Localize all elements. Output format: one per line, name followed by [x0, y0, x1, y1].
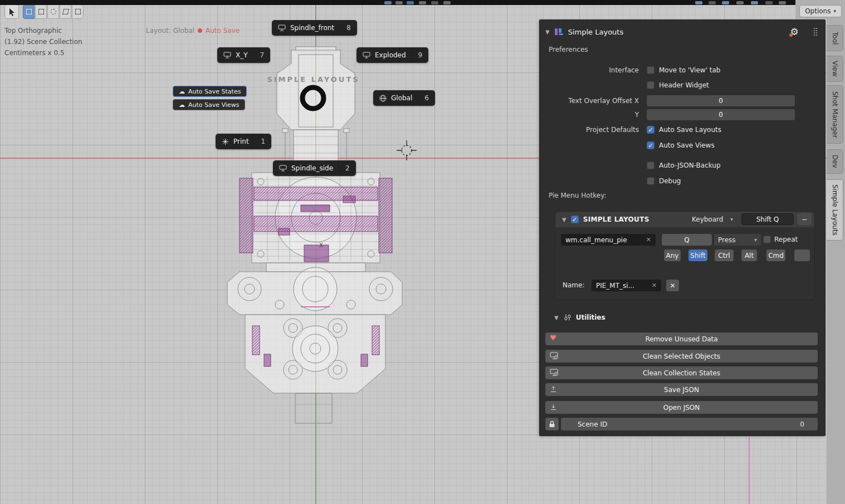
clean-selected-objects-button[interactable]: Clean Selected Objects [545, 350, 818, 363]
header-widget-checkbox[interactable] [647, 81, 654, 89]
select-box-icon [75, 9, 81, 14]
clear-icon[interactable]: ✕ [652, 282, 657, 289]
pill-hotkey: 2 [345, 164, 350, 172]
pill-label: Spindle_side [291, 164, 333, 172]
scene-id-slider[interactable]: Scene ID 0 [561, 418, 818, 430]
select-mode-circle-button[interactable] [47, 4, 59, 19]
layout-pill-exploded[interactable]: Exploded 9 [356, 47, 428, 63]
repeat-checkbox[interactable] [763, 236, 771, 243]
topbar-icon[interactable] [751, 1, 758, 4]
offset-y-field[interactable]: 0 [647, 109, 795, 120]
topbar-icon[interactable] [722, 1, 729, 4]
lock-icon [549, 420, 555, 428]
tab-tool[interactable]: Tool [827, 25, 843, 51]
options-button[interactable]: Options ▾ [799, 5, 842, 17]
pill-label: Exploded [375, 51, 406, 59]
collapse-chevron-icon[interactable]: ▼ [562, 217, 566, 223]
select-mode-box-button[interactable] [35, 4, 47, 19]
collapse-chevron-icon[interactable]: ▼ [545, 29, 550, 35]
download-icon [550, 403, 557, 410]
select-lasso-icon [62, 9, 69, 14]
modifier-shift-button[interactable]: Shift [688, 249, 707, 261]
debug-checkbox[interactable] [647, 177, 654, 185]
hotkey-box-header[interactable]: ▼ SIMPLE LAYOUTS Keyboard ▾ Shift Q − [555, 212, 814, 227]
topbar-icon[interactable] [779, 1, 786, 4]
collapse-chevron-icon[interactable]: ▼ [554, 315, 559, 321]
layout-pill-print[interactable]: Print 1 [216, 134, 271, 149]
name-label: Name: [563, 281, 584, 289]
select-mode-group [23, 4, 84, 19]
layout-pill-global[interactable]: Global 6 [373, 90, 435, 106]
modifier-cmd-button[interactable]: Cmd [766, 249, 785, 261]
topbar-icon[interactable] [419, 1, 426, 4]
modifier-extra-button[interactable] [794, 249, 810, 261]
panel-header[interactable]: ▼ Simple Layouts ⚙ ⣿ [545, 25, 819, 39]
cloud-sync-icon: ☁ [179, 101, 185, 109]
keymap-dropdown[interactable]: Keyboard ▾ [688, 213, 737, 225]
layout-pill-xy[interactable]: X_Y 7 [217, 47, 270, 63]
topbar-icon[interactable] [395, 1, 403, 4]
offset-x-field[interactable]: 0 [647, 95, 795, 106]
modifier-any-button[interactable]: Any [664, 249, 681, 261]
topbar-icon[interactable] [443, 1, 451, 4]
move-view-tab-checkbox[interactable] [647, 66, 654, 74]
active-tool-button[interactable] [4, 4, 19, 19]
open-json-button[interactable]: Open JSON [545, 401, 818, 414]
pill-label: Global [391, 94, 412, 102]
select-mode-extra-button[interactable] [72, 4, 84, 19]
modifier-alt-button[interactable]: Alt [741, 249, 757, 261]
gear-icon[interactable]: ⚙ [787, 25, 802, 39]
topbar-icon[interactable] [709, 1, 716, 4]
clear-icon[interactable]: ✕ [646, 236, 651, 243]
blender-window: X Top Orthographic (1.92) Scene Collecti… [0, 0, 845, 504]
auto-save-views-button[interactable]: ☁ Auto Save Views [173, 99, 245, 110]
chevron-down-icon: ▾ [833, 8, 836, 14]
tab-shot-manager[interactable]: Shot Manager [827, 85, 843, 144]
checkbox-label: Auto-JSON-Backup [659, 162, 721, 169]
select-circle-icon [51, 9, 56, 14]
drag-grip-icon[interactable]: ⣿ [813, 27, 817, 36]
addon-watermark: SIMPLE LAYOUTS [256, 75, 370, 84]
key-button[interactable]: Q [662, 234, 712, 246]
remove-hotkey-button[interactable]: − [797, 213, 812, 225]
auto-save-states-button[interactable]: ☁ Auto Save States [173, 86, 247, 97]
topbar-icon[interactable] [765, 1, 773, 4]
viewport-info-overlay: Top Orthographic (1.92) Scene Collection… [4, 25, 82, 58]
name-field[interactable]: PIE_MT_si... ✕ [592, 280, 661, 291]
pill-hotkey: 9 [418, 51, 423, 59]
select-mode-tweak-button[interactable] [23, 4, 35, 19]
topbar-icon[interactable] [695, 1, 702, 4]
modifier-ctrl-button[interactable]: Ctrl [715, 249, 734, 261]
tab-dev[interactable]: Dev [827, 149, 843, 174]
offset-y-label: Y [540, 111, 647, 119]
utilities-header[interactable]: ▼ Utilities [540, 311, 825, 324]
hotkey-enabled-checkbox[interactable] [571, 216, 579, 223]
tab-view[interactable]: View [827, 56, 843, 82]
select-box-icon [38, 9, 44, 14]
event-dropdown[interactable]: Press ▾ [714, 234, 761, 246]
layout-icon [279, 165, 287, 172]
select-mode-lasso-button[interactable] [60, 4, 71, 19]
checkbox-label: Auto Save Views [659, 141, 715, 149]
topbar-icon[interactable] [384, 1, 392, 4]
tab-simple-layouts[interactable]: Simple Layouts [827, 179, 843, 241]
auto-save-layouts-checkbox[interactable] [647, 126, 654, 134]
operator-field[interactable]: wm.call_menu_pie ✕ [561, 234, 656, 246]
layout-pill-spindle-side[interactable]: Spindle_side 2 [273, 160, 356, 176]
delete-name-button[interactable]: ✕ [666, 280, 679, 291]
save-json-button[interactable]: Save JSON [545, 383, 818, 396]
checkbox-label: Debug [659, 177, 681, 185]
topbar-icon[interactable] [431, 1, 438, 4]
cursor-arrow-icon [8, 8, 16, 16]
topbar-icon[interactable] [407, 1, 414, 4]
topbar [0, 0, 795, 5]
clean-collection-states-button[interactable]: Clean Collection States [545, 366, 818, 379]
auto-save-views-checkbox[interactable] [647, 141, 654, 149]
scene-lock-button[interactable] [545, 418, 559, 430]
topbar-icon[interactable] [736, 1, 744, 4]
layout-pill-spindle-front[interactable]: Spindle_front 8 [272, 20, 357, 36]
utilities-heading: Utilities [576, 314, 605, 321]
auto-json-backup-checkbox[interactable] [647, 162, 654, 169]
remove-unused-data-button[interactable]: ♥ Remove Unused Data [545, 332, 818, 345]
shortcut-button[interactable]: Shift Q [741, 213, 794, 225]
